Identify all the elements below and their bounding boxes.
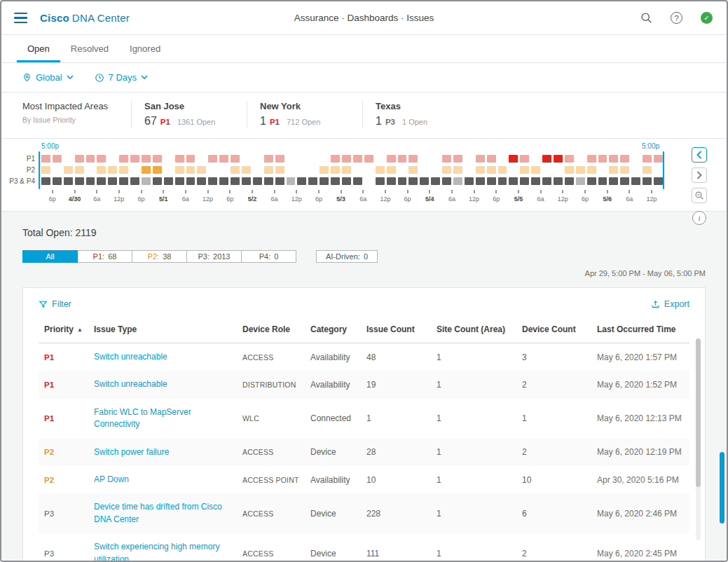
timeline-block — [376, 166, 385, 174]
search-icon[interactable] — [640, 12, 652, 24]
timeline-next-button[interactable] — [692, 167, 707, 183]
time-range-label: 7 Days — [109, 72, 137, 83]
tick-label: 5/4 — [425, 196, 434, 203]
timeline-block — [442, 166, 451, 174]
issue-type-link[interactable]: Fabric WLC to MapServer Connectivity — [94, 406, 231, 431]
tick-label: 5/6 — [603, 196, 612, 203]
filter-button[interactable]: Filter — [39, 299, 71, 309]
issue-count-cell: 10 — [361, 466, 431, 493]
tick-label: 12p — [291, 196, 302, 203]
column-header-issue-count[interactable]: Issue Count — [361, 316, 431, 343]
timeline-block — [587, 166, 596, 174]
issue-type-link[interactable]: Switch experiencing high memory utilizat… — [94, 541, 231, 561]
page-scrollbar-thumb[interactable] — [720, 452, 724, 523]
filter-pill-p1[interactable]: P1:68 — [77, 250, 132, 263]
table-scrollbar[interactable] — [696, 338, 701, 540]
timeline-block — [41, 155, 50, 163]
column-header-last-occurred-time[interactable]: Last Occurred Time — [591, 316, 689, 343]
issue-type-link[interactable]: Switch unreachable — [94, 351, 167, 363]
tab-resolved[interactable]: Resolved — [60, 35, 119, 62]
time-range-dropdown[interactable]: 7 Days — [95, 72, 148, 83]
priority-cell: P3 — [39, 533, 88, 561]
timeline-block — [53, 177, 62, 185]
timeline-start-time: 5:00p — [41, 142, 59, 150]
filter-pill-p2[interactable]: P2:38 — [132, 250, 187, 263]
scope-filter-bar: Global 7 Days — [1, 63, 727, 92]
timeline-info-button[interactable]: i — [692, 211, 706, 225]
impacted-areas-heading: Most Impacted Areas By Issue Priority — [22, 101, 131, 124]
issue-type-link[interactable]: Switch power failure — [94, 446, 169, 458]
timeline-block — [453, 166, 462, 174]
tick-label: 5/5 — [514, 196, 523, 203]
issue-type-link[interactable]: AP Down — [94, 474, 129, 486]
timeline-block — [398, 177, 407, 185]
system-health-icon[interactable]: ✓ — [701, 12, 713, 24]
area-name: New York — [260, 101, 350, 111]
timeline-zoom-out-button[interactable] — [692, 188, 707, 203]
filter-pill-p4[interactable]: P4:0 — [241, 250, 296, 263]
timeline-block — [465, 177, 474, 185]
tab-ignored[interactable]: Ignored — [119, 35, 171, 62]
last-occurred-cell: May 6, 2020 2:45 PM — [591, 533, 689, 561]
timeline-block — [487, 177, 496, 185]
timeline-block — [408, 177, 418, 185]
timeline-block — [509, 155, 518, 163]
table-scrollbar-thumb[interactable] — [696, 338, 701, 487]
table-row: P3Switch experiencing high memory utiliz… — [39, 533, 689, 561]
issues-tabs: OpenResolvedIgnored — [1, 35, 727, 63]
filter-pill-all[interactable]: All — [22, 250, 78, 263]
column-header-device-role[interactable]: Device Role — [237, 316, 305, 343]
timeline-block — [130, 177, 139, 185]
timeline-block — [97, 177, 106, 185]
issue-type-link[interactable]: Switch unreachable — [94, 378, 167, 390]
area-name: San Jose — [144, 101, 234, 111]
timeline-block — [520, 166, 529, 174]
help-icon[interactable]: ? — [671, 12, 682, 24]
timeline-rows: P1P2P3 & P4 — [7, 153, 727, 186]
timeline-block — [565, 177, 574, 185]
timeline-block — [242, 166, 251, 174]
location-dropdown[interactable]: Global — [22, 72, 74, 83]
timeline-block — [643, 166, 652, 174]
impacted-areas-title: Most Impacted Areas — [22, 101, 131, 111]
filter-pill-ai-driven[interactable]: AI-Driven:0 — [316, 250, 378, 263]
tick-label: 6p — [315, 196, 322, 203]
menu-icon[interactable] — [14, 13, 27, 24]
timeline-block — [631, 177, 640, 185]
device-role-cell: ACCESS — [237, 493, 305, 533]
table-row: P1Switch unreachableACCESSAvailability48… — [39, 343, 689, 371]
timeline-block — [587, 155, 596, 163]
export-button[interactable]: Export — [651, 299, 689, 309]
timeline-prev-button[interactable] — [692, 147, 707, 163]
timeline-block — [297, 177, 306, 185]
timeline-block — [308, 177, 317, 185]
timeline-block — [398, 155, 407, 163]
tab-open[interactable]: Open — [17, 35, 60, 62]
timeline-block — [520, 177, 529, 185]
tick-label: 12p — [646, 196, 657, 203]
timeline-block — [253, 177, 262, 185]
column-header-site-count-area[interactable]: Site Count (Area) — [431, 316, 516, 343]
area-priority-label: P1 — [270, 118, 280, 126]
timeline-block — [275, 166, 284, 174]
column-header-category[interactable]: Category — [305, 316, 361, 343]
device-role-cell: ACCESS POINT — [237, 466, 305, 493]
tick-label: 12p — [380, 196, 390, 203]
timeline-block — [509, 177, 518, 185]
column-header-device-count[interactable]: Device Count — [516, 316, 591, 343]
timeline-block — [387, 155, 396, 163]
timeline-block — [531, 177, 540, 185]
impacted-area-new-york: New York1P1712 Open — [247, 101, 362, 128]
timeline-block — [197, 166, 206, 174]
filter-pill-p3[interactable]: P3:2013 — [186, 250, 242, 263]
column-header-priority[interactable]: Priority▲ — [39, 316, 88, 343]
chevron-down-icon — [67, 75, 74, 80]
timeline-block — [453, 155, 462, 163]
timeline-left-boundary[interactable] — [39, 151, 40, 189]
brand-logo[interactable]: CiscoDNA Center — [40, 12, 130, 24]
column-header-issue-type[interactable]: Issue Type — [88, 316, 237, 343]
brand-cisco: Cisco — [40, 12, 69, 24]
site-count-cell: 1 — [431, 493, 516, 533]
timeline-right-boundary[interactable] — [663, 151, 664, 189]
issue-type-link[interactable]: Device time has drifted from Cisco DNA C… — [94, 501, 231, 526]
